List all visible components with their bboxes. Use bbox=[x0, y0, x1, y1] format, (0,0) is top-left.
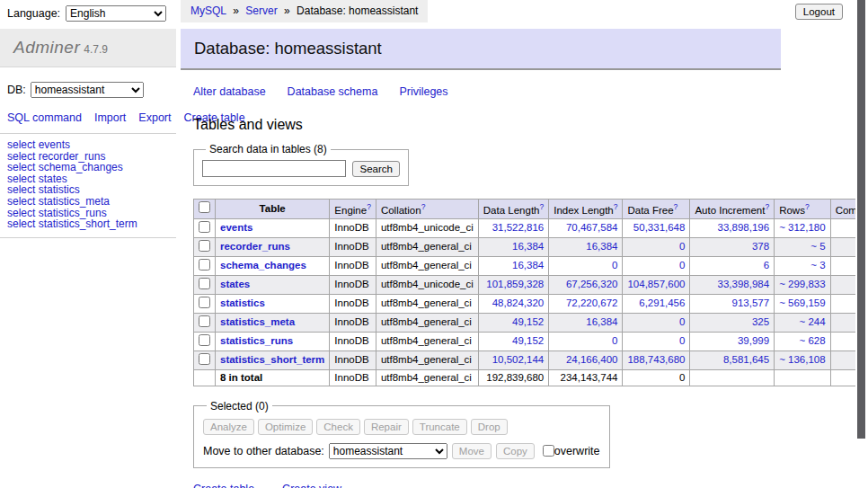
column-help-link[interactable]: ? bbox=[765, 202, 769, 211]
cell-rows: ~ 244 bbox=[775, 313, 830, 332]
table-link-statistics_short_term[interactable]: statistics_short_term bbox=[220, 354, 324, 365]
app-name: Adminer bbox=[13, 38, 80, 57]
link-create-table[interactable]: Create table bbox=[193, 483, 254, 488]
row-checkbox-recorder_runs[interactable] bbox=[199, 240, 210, 252]
search-button[interactable]: Search bbox=[352, 161, 399, 177]
cell-auto-increment: 325 bbox=[690, 313, 775, 332]
cell-auto-increment: 8,581,645 bbox=[690, 350, 775, 369]
drop-button[interactable]: Drop bbox=[471, 419, 508, 435]
row-checkbox-states[interactable] bbox=[199, 278, 210, 289]
cell-engine: InnoDB bbox=[330, 294, 376, 313]
column-help-link[interactable]: ? bbox=[805, 202, 810, 211]
cell-engine: InnoDB bbox=[330, 313, 376, 332]
cell-index-length: 67,256,320 bbox=[549, 275, 623, 294]
repair-button[interactable]: Repair bbox=[364, 419, 409, 435]
cell-collation: utf8mb4_unicode_ci bbox=[376, 275, 478, 294]
sidebar-action-sql-command[interactable]: SQL command bbox=[7, 111, 82, 124]
column-help-link[interactable]: ? bbox=[614, 202, 618, 211]
link-database-schema[interactable]: Database schema bbox=[288, 85, 378, 98]
database-action-links: Alter databaseDatabase schemaPrivileges bbox=[193, 85, 868, 98]
scrollbar-thumb[interactable] bbox=[857, 0, 865, 439]
cell-auto-increment: 378 bbox=[690, 237, 775, 256]
table-link-states[interactable]: states bbox=[220, 279, 250, 289]
column-header-indexlen: Index Length? bbox=[549, 200, 623, 219]
cell-rows: ~ 628 bbox=[775, 332, 830, 350]
search-fieldset: Search data in tables (8) Search bbox=[193, 143, 409, 186]
link-create-view[interactable]: Create view bbox=[282, 483, 341, 488]
db-label: DB: bbox=[7, 84, 26, 96]
selected-fieldset: Selected (0) AnalyzeOptimizeCheckRepairT… bbox=[193, 400, 610, 468]
sidebar-action-import[interactable]: Import bbox=[94, 111, 126, 124]
row-checkbox-statistics_short_term[interactable] bbox=[199, 353, 210, 365]
row-checkbox-statistics[interactable] bbox=[199, 297, 210, 308]
selected-legend: Selected (0) bbox=[207, 400, 272, 413]
overwrite-checkbox[interactable] bbox=[543, 445, 554, 457]
cell-data-free: 104,857,600 bbox=[623, 275, 690, 294]
cell-engine: InnoDB bbox=[330, 237, 376, 256]
cell-data-length: 101,859,328 bbox=[478, 275, 548, 294]
cell-index-length: 16,384 bbox=[549, 313, 623, 332]
search-input[interactable] bbox=[202, 160, 346, 177]
row-checkbox-schema_changes[interactable] bbox=[199, 259, 210, 271]
table-link-recorder_runs[interactable]: recorder_runs bbox=[220, 241, 290, 252]
row-checkbox-events[interactable] bbox=[199, 221, 210, 233]
table-row: statistics_short_termInnoDButf8mb4_gener… bbox=[194, 350, 868, 369]
cell-rows: ~ 5 bbox=[775, 237, 830, 256]
cell-rows: ~ 299,833 bbox=[775, 275, 830, 294]
move-label: Move to other database: bbox=[203, 445, 324, 457]
sidebar-item-select-schema_changes[interactable]: select schema_changes bbox=[7, 162, 176, 173]
table-row: eventsInnoDButf8mb4_unicode_ci31,522,816… bbox=[194, 218, 868, 237]
row-checkbox-statistics_runs[interactable] bbox=[199, 334, 210, 346]
truncate-button[interactable]: Truncate bbox=[412, 419, 467, 435]
overwrite-label: overwrite bbox=[554, 445, 600, 457]
language-select[interactable]: English bbox=[66, 5, 166, 22]
sidebar-item-select-events[interactable]: select events bbox=[7, 139, 176, 151]
cell-data-length: 49,152 bbox=[478, 313, 548, 332]
check-button[interactable]: Check bbox=[316, 419, 360, 435]
link-alter-database[interactable]: Alter database bbox=[193, 85, 266, 98]
scrollbar-track[interactable] bbox=[855, 0, 868, 488]
sidebar-item-select-statistics_short_term[interactable]: select statistics_short_term bbox=[7, 218, 176, 230]
cell-auto-increment: 39,999 bbox=[690, 332, 775, 350]
move-button[interactable]: Move bbox=[452, 443, 492, 459]
table-link-statistics_meta[interactable]: statistics_meta bbox=[220, 316, 295, 327]
create-links: Create tableCreate view bbox=[193, 483, 868, 488]
analyze-button[interactable]: Analyze bbox=[203, 419, 254, 435]
copy-button[interactable]: Copy bbox=[496, 443, 535, 459]
select-all-checkbox[interactable] bbox=[199, 201, 210, 213]
search-legend: Search data in tables (8) bbox=[206, 143, 331, 155]
breadcrumb-item: Database: homeassistant bbox=[297, 4, 418, 17]
breadcrumb-item[interactable]: MySQL bbox=[190, 4, 226, 17]
cell-collation: utf8mb4_unicode_ci bbox=[376, 218, 478, 237]
cell-data-free: 0 bbox=[623, 237, 690, 256]
row-checkbox-statistics_meta[interactable] bbox=[199, 315, 210, 327]
table-row: statesInnoDButf8mb4_unicode_ci101,859,32… bbox=[194, 275, 868, 294]
db-select[interactable]: homeassistant bbox=[31, 82, 144, 98]
column-help-link[interactable]: ? bbox=[539, 202, 544, 211]
logout-button[interactable]: Logout bbox=[795, 4, 843, 20]
column-help-link[interactable]: ? bbox=[674, 202, 678, 211]
table-link-events[interactable]: events bbox=[220, 222, 252, 233]
column-header-autoinc: Auto Increment? bbox=[690, 200, 775, 219]
cell-engine: InnoDB bbox=[330, 275, 376, 294]
cell-collation: utf8mb4_general_ci bbox=[376, 332, 478, 350]
column-header-datafree: Data Free? bbox=[623, 200, 690, 219]
sidebar: Language:English Adminer4.7.9 DB:homeass… bbox=[0, 0, 176, 488]
table-link-schema_changes[interactable]: schema_changes bbox=[220, 260, 306, 271]
cell-collation: utf8mb4_general_ci bbox=[376, 313, 478, 332]
sidebar-table-links: select eventsselect recorder_runsselect … bbox=[0, 133, 176, 238]
app-version: 4.7.9 bbox=[84, 43, 108, 56]
sidebar-item-select-statistics_meta[interactable]: select statistics_meta bbox=[7, 196, 176, 208]
table-link-statistics_runs[interactable]: statistics_runs bbox=[220, 335, 293, 346]
move-database-select[interactable]: homeassistant bbox=[329, 443, 447, 459]
language-label: Language: bbox=[7, 7, 60, 20]
link-privileges[interactable]: Privileges bbox=[399, 85, 447, 98]
column-help-link[interactable]: ? bbox=[421, 202, 426, 211]
cell-index-length: 0 bbox=[549, 256, 623, 275]
sidebar-action-export[interactable]: Export bbox=[138, 111, 171, 124]
optimize-button[interactable]: Optimize bbox=[258, 419, 313, 435]
breadcrumb-item[interactable]: Server bbox=[245, 4, 277, 17]
column-help-link[interactable]: ? bbox=[367, 202, 371, 211]
table-link-statistics[interactable]: statistics bbox=[220, 297, 265, 308]
table-row: schema_changesInnoDButf8mb4_general_ci16… bbox=[194, 256, 868, 275]
